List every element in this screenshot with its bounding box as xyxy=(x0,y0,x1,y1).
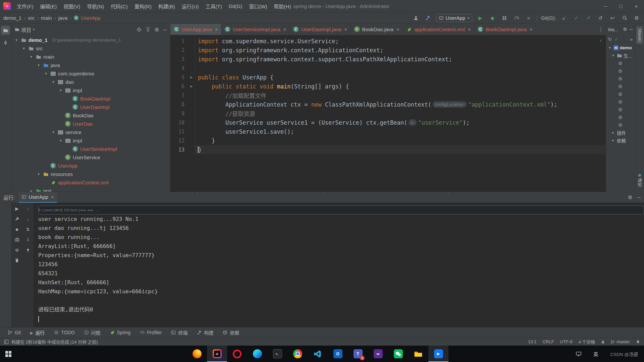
menu-tools[interactable]: 工具(T) xyxy=(202,0,225,12)
ime-indicator[interactable]: 英 xyxy=(593,351,598,357)
taskbar-app-teams[interactable]: T1 xyxy=(348,346,368,362)
maven-goal-row[interactable]: ⚙ xyxy=(606,121,635,129)
git-update-button[interactable]: ↙ xyxy=(560,14,568,22)
editor-tab-UserDaoImpl.java[interactable]: CUserDaoImpl.java× xyxy=(290,24,351,35)
hide-panel-icon[interactable]: ─ xyxy=(163,27,167,32)
tree-item-impl[interactable]: ▾impl xyxy=(11,86,170,95)
screenshot-icon[interactable] xyxy=(14,237,20,243)
maven-refresh-icon[interactable]: ↻ xyxy=(608,37,612,42)
chevron-down-icon[interactable]: ▾ xyxy=(58,88,63,93)
menu-navigate[interactable]: 导航(N) xyxy=(84,0,107,12)
close-icon[interactable]: × xyxy=(396,27,399,32)
taskbar-app-intellij-idea[interactable]: IJ xyxy=(207,346,227,362)
stop-button[interactable]: ■ xyxy=(525,14,533,22)
editor-tab-BookDaoImpl.java[interactable]: CBookDaoImpl.java× xyxy=(474,24,536,35)
tool-window-switcher-icon[interactable] xyxy=(4,340,9,344)
git-history-button[interactable]: ↺ xyxy=(596,14,604,22)
menu-run[interactable]: 运行(U) xyxy=(178,0,202,12)
tree-item-dao[interactable]: ▾dao xyxy=(11,78,170,86)
tool-window-button-problems[interactable]: 问题 xyxy=(80,328,104,337)
chevron-right-icon[interactable]: ▸ xyxy=(611,130,615,135)
notifications-stripe-button[interactable]: 通知 xyxy=(635,172,644,189)
chevron-down-icon[interactable]: ▾ xyxy=(607,46,612,50)
taskbar-app-media-player[interactable]: ▶ xyxy=(428,346,448,362)
tree-item-java[interactable]: ▾java xyxy=(11,61,170,69)
console-output[interactable]: D:\java\jdk\8_231\bin\java.exe ...user s… xyxy=(34,203,644,327)
code-line-5[interactable]: 5▶public class UserApp { xyxy=(170,73,606,82)
menu-window[interactable]: 窗口(W) xyxy=(246,0,270,12)
editor-tab-UserServiceImpl.java[interactable]: CUserServiceImpl.java× xyxy=(221,24,290,35)
line-number[interactable]: 10 xyxy=(170,120,188,126)
tree-item-main[interactable]: ▾main xyxy=(11,53,170,61)
close-icon[interactable]: × xyxy=(283,27,286,32)
taskbar-app-visual-studio[interactable]: ∞ xyxy=(368,346,388,362)
project-panel-title[interactable]: 项目 ▾ xyxy=(15,26,35,33)
stop-button[interactable]: ■ xyxy=(14,226,20,232)
line-number[interactable]: 13 xyxy=(170,147,188,153)
line-number[interactable]: 3 xyxy=(170,56,188,62)
git-commit-button[interactable]: ✓ xyxy=(572,14,580,22)
tree-item-src[interactable]: ▾src xyxy=(11,44,170,53)
rerun-button[interactable]: ▶ xyxy=(14,205,20,212)
menu-refactor[interactable]: 重构(R) xyxy=(131,0,155,12)
taskbar-app-outlook[interactable]: O xyxy=(328,346,348,362)
project-stripe-button[interactable] xyxy=(1,26,10,35)
taskbar-app-file-explorer[interactable] xyxy=(408,346,428,362)
chevron-down-icon[interactable]: ▾ xyxy=(29,55,34,59)
tree-item-UserService[interactable]: IUserService xyxy=(11,153,170,162)
code-line-2[interactable]: 2import org.springframework.context.Appl… xyxy=(170,46,606,55)
chevron-right-icon[interactable]: ▸ xyxy=(611,138,615,142)
build-hammer-icon[interactable] xyxy=(424,14,432,22)
code-line-11[interactable]: 11 userService1.save(); xyxy=(170,127,606,136)
locate-file-icon[interactable] xyxy=(137,27,142,32)
start-button[interactable] xyxy=(0,346,17,362)
breadcrumb-item[interactable]: demo_1 xyxy=(3,15,21,21)
lock-icon[interactable] xyxy=(601,340,605,344)
code-line-6[interactable]: 6▶ public static void main(String[] args… xyxy=(170,82,606,91)
code-line-1[interactable]: 1import com.superdemo.service.UserServic… xyxy=(170,37,606,46)
line-number[interactable]: 7 xyxy=(170,93,188,99)
taskbar-app-wechat[interactable] xyxy=(388,346,408,362)
tree-item-UserDao[interactable]: IUserDao xyxy=(11,120,170,128)
code-line-7[interactable]: 7 //加载配置文件 xyxy=(170,91,606,100)
close-icon[interactable]: × xyxy=(530,27,532,32)
maven-project-row[interactable]: ▾mdemo xyxy=(606,44,635,52)
line-separator[interactable]: CRLF xyxy=(543,339,554,344)
maven-goal-row[interactable]: ⚙ xyxy=(606,98,635,106)
tree-item-UserApp[interactable]: CUserApp xyxy=(11,162,170,170)
menu-help[interactable]: 帮助(H) xyxy=(271,0,294,12)
run-button[interactable]: ▶ xyxy=(476,14,484,22)
maven-section-依赖[interactable]: ▸依赖 xyxy=(606,136,635,144)
inspections-ok-icon[interactable]: ✓ xyxy=(600,38,602,43)
chevron-down-icon[interactable]: ▾ xyxy=(58,138,63,143)
editor-tab-BookDao.java[interactable]: IBookDao.java× xyxy=(351,24,403,35)
chevron-down-icon[interactable]: ▾ xyxy=(44,71,48,76)
tree-item-com.superdemo[interactable]: ▾com.superdemo xyxy=(11,69,170,78)
breadcrumb-item[interactable]: java xyxy=(58,15,68,21)
code-line-10[interactable]: 10 UserService userService1 = (UserServi… xyxy=(170,118,606,127)
line-number[interactable]: 6 xyxy=(170,83,188,89)
panel-settings-gear-icon[interactable]: ⚙ xyxy=(623,27,627,32)
taskbar-app-opera[interactable] xyxy=(227,346,247,362)
run-gutter-icon[interactable]: ▶ xyxy=(188,73,195,82)
maximize-button[interactable]: □ xyxy=(613,0,629,12)
close-icon[interactable]: × xyxy=(215,27,218,32)
chevron-down-icon[interactable]: ▾ xyxy=(36,63,41,67)
settings-gear-icon[interactable]: ⚙ xyxy=(633,14,641,22)
tray-window-icon[interactable] xyxy=(576,352,581,356)
editor-tab-applicationContext.xml[interactable]: applicationContext.xml× xyxy=(403,24,474,35)
prev-occurrence-icon[interactable]: ↑ xyxy=(25,205,31,212)
tool-window-button-build[interactable]: 构建 xyxy=(193,328,217,337)
line-number[interactable]: 8 xyxy=(170,102,188,108)
code-line-8[interactable]: 8 ApplicationContext ctx = new ClassPath… xyxy=(170,100,606,109)
taskbar-app-chrome[interactable] xyxy=(287,346,308,362)
run-gutter-icon[interactable]: ▶ xyxy=(188,82,195,91)
close-icon[interactable]: × xyxy=(344,27,347,32)
git-branch-widget[interactable]: master xyxy=(611,339,630,344)
pin-tab-icon[interactable] xyxy=(25,247,31,253)
tool-window-button-spring[interactable]: Spring xyxy=(106,329,134,336)
chevron-down-icon[interactable]: ▾ xyxy=(36,172,41,176)
menu-code[interactable]: 代码(C) xyxy=(107,0,131,12)
minimize-button[interactable]: ─ xyxy=(598,0,613,12)
tree-item-UserServiceImpl[interactable]: CUserServiceImpl xyxy=(11,145,170,153)
